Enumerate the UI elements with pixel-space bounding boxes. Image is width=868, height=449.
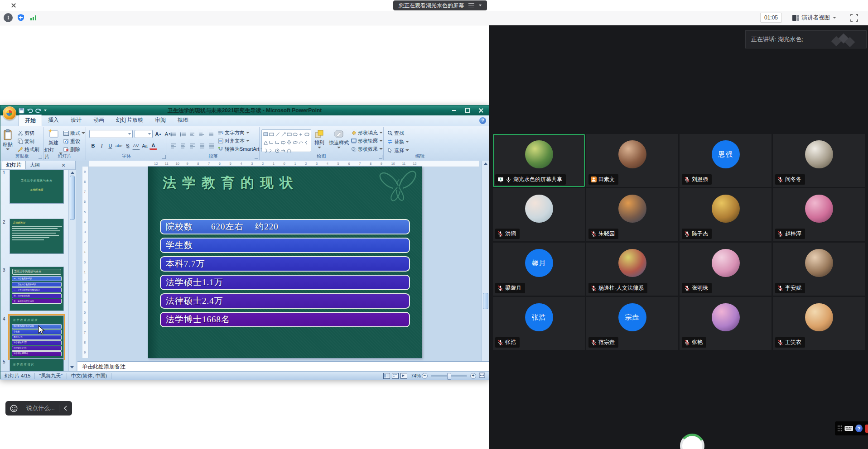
ppt-titlebar[interactable]: 卫生法学的现状与未来2021研究生导读 - Microsoft PowerPoi… [0,105,489,115]
font-color-button[interactable]: A [149,142,157,150]
slideshow-view-icon[interactable] [400,373,407,379]
convert-smartart-button[interactable]: 转换为SmartArt [218,145,264,153]
shape-glyph-7[interactable] [298,132,304,137]
ime-help-icon[interactable]: ? [855,425,862,432]
doc-scroll-up-icon[interactable] [484,162,487,165]
save-icon[interactable] [19,108,24,114]
numbering-button[interactable] [179,130,187,138]
slide-thumbnail-3[interactable]: 卫生法学的现状与未来一、法学教育的现状二、卫生法学教育的现状三、卫生法学的研究领… [10,267,64,311]
participant-tile-7[interactable]: 陈子杰 [680,188,772,241]
speaker-view-button[interactable]: 演讲者视图 [792,13,837,23]
bullets-button[interactable] [170,130,178,138]
align-center-button[interactable] [179,141,187,149]
align-left-button[interactable] [170,141,178,149]
line-spacing-button[interactable] [208,130,216,138]
underline-button[interactable]: U [106,142,114,150]
doc-scrollbar-thumb[interactable] [483,293,488,309]
zoom-out-button[interactable]: − [422,373,428,379]
shape-glyph-16[interactable] [304,140,310,145]
paste-button[interactable]: 粘贴 [3,129,13,150]
ime-toolbar[interactable]: ? [835,421,868,435]
shape-glyph-14[interactable] [292,140,298,145]
quick-styles-button[interactable]: 快速样式 [328,130,349,148]
participant-tile-13[interactable]: 张浩张浩 [493,297,585,350]
watching-banner[interactable]: 您正在观看湖光水色的屏幕 [393,0,487,10]
ppt-tab-2[interactable]: 插入 [42,115,65,126]
ppt-tab-7[interactable]: 视图 [172,115,194,126]
slide-thumbnail-5[interactable]: 法学教育现状 [10,358,64,371]
participant-tile-15[interactable]: 张艳 [680,297,772,350]
shape-glyph-9[interactable] [263,140,269,145]
notes-pane[interactable]: 单击此处添加备注 [77,361,489,371]
panel-scroll-up-icon[interactable] [71,172,74,174]
slide-thumbnail-1[interactable]: 卫生法学的现状与未来霍增辉 教授 [10,170,64,204]
italic-button[interactable]: I [98,142,106,150]
window-close-button[interactable] [10,2,17,9]
collapse-chat-icon[interactable] [63,406,68,411]
fullscreen-icon[interactable] [850,14,858,24]
delete-slide-button[interactable]: 删除 [63,146,85,153]
emoji-icon[interactable] [10,405,18,412]
shape-glyph-6[interactable] [292,132,298,137]
participant-tile-10[interactable]: 杨逢柱-人文法律系 [586,243,678,296]
change-case-button[interactable]: Aa [141,142,149,150]
chat-input-bar[interactable]: 说点什么... [5,401,72,416]
participant-tile-14[interactable]: 宗垚范宗垚 [586,297,678,350]
text-direction-button[interactable]: 文字方向 [218,129,264,136]
character-spacing-button[interactable]: AV [132,142,140,150]
ppt-tab-4[interactable]: 动画 [87,115,110,126]
bold-button[interactable]: B [89,142,97,150]
keyboard-icon[interactable] [844,425,854,431]
text-shadow-button[interactable]: S [124,142,131,150]
ppt-tab-3[interactable]: 设计 [65,115,87,126]
meeting-info-icon[interactable] [4,13,13,22]
shapes-gallery[interactable] [261,129,311,152]
panel-scrollbar-thumb[interactable] [70,176,75,220]
font-dialog-launcher[interactable] [162,155,166,159]
banner-menu-icon[interactable] [468,3,474,8]
ppt-tab-5[interactable]: 幻灯片放映 [110,115,149,126]
drawing-dialog-launcher[interactable] [379,155,382,159]
shape-glyph-2[interactable] [269,132,275,137]
participant-tile-1[interactable]: 湖光水色的屏幕共享 [493,134,585,187]
paragraph-dialog-launcher[interactable] [255,155,258,159]
cut-button[interactable]: 剪切 [18,129,39,137]
security-shield-icon[interactable] [16,13,25,22]
columns-button[interactable] [208,141,216,149]
quick-access-caret-icon[interactable] [44,110,47,111]
panel-close-icon[interactable]: ✕ [61,162,66,168]
shape-glyph-13[interactable] [286,140,292,145]
chat-placeholder[interactable]: 说点什么... [26,404,55,412]
strikethrough-button[interactable]: abe [115,142,123,150]
network-signal-icon[interactable] [29,13,38,22]
justify-button[interactable] [198,141,206,149]
shape-effects-button[interactable]: 形状效果 [351,145,383,153]
panel-scroll-down-icon[interactable] [70,366,74,368]
shape-glyph-11[interactable] [275,140,280,145]
shape-fill-button[interactable]: 形状填充 [351,129,383,136]
ime-drag-handle[interactable] [837,425,842,432]
shape-glyph-1[interactable] [263,132,269,137]
shape-glyph-8[interactable] [304,132,310,137]
font-name-combo[interactable] [89,130,133,138]
panel-scrollbar[interactable] [68,170,76,371]
shape-outline-button[interactable]: 形状轮廓 [351,137,383,144]
shape-glyph-5[interactable] [286,132,292,137]
ime-minimize-icon[interactable] [865,425,868,433]
layout-button[interactable]: 版式 [63,129,85,137]
zoom-slider[interactable] [431,375,467,377]
fit-to-window-icon[interactable] [479,373,485,379]
status-language[interactable]: 中文(简体, 中国) [67,373,111,379]
office-button[interactable] [3,106,16,120]
slide-thumbnail-4[interactable]: 法学教育的现状院校数 620左右 约220学生数本科7.7万法学硕士1.1万法律… [10,315,64,358]
increase-indent-button[interactable] [198,130,206,138]
undo-icon[interactable] [27,108,33,113]
find-button[interactable]: 查找 [387,129,409,137]
font-size-combo[interactable] [135,130,153,138]
align-right-button[interactable] [189,141,197,149]
participant-tile-9[interactable]: 馨月梁馨月 [493,243,585,296]
ppt-help-button[interactable]: ? [479,117,486,124]
participant-tile-12[interactable]: 李安妮 [773,243,865,296]
participant-tile-8[interactable]: 赵梓淳 [773,188,865,241]
grow-font-button[interactable]: A▲ [154,130,162,138]
